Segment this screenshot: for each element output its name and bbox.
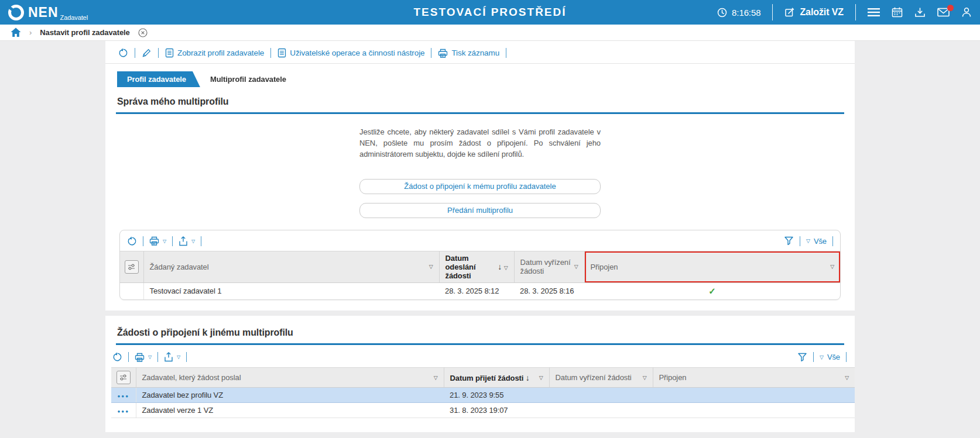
tab-profil-zadavatele[interactable]: Profil zadavatele [117, 71, 200, 87]
link-user-operations[interactable]: Uživatelské operace a činnosti nástroje [277, 48, 424, 58]
chevron-right-icon: › [29, 28, 32, 37]
table-row[interactable]: ●●● Zadavatel verze 1 VZ 31. 8. 2023 19:… [111, 403, 855, 418]
create-vz-label: Založit VZ [800, 7, 844, 18]
row-actions-icon[interactable]: ●●● [118, 394, 130, 399]
column-header-datum-odeslani[interactable]: Datum odeslání žádosti↓ ▽ [439, 251, 514, 282]
column-settings-icon[interactable] [125, 260, 139, 274]
toolbar-divider [135, 48, 135, 58]
chevron-down-icon: ▽ [806, 238, 810, 244]
document-icon [165, 48, 174, 58]
filter-triangle-icon[interactable]: ▽ [539, 375, 543, 381]
section-title-multiprofil: Správa mého multiprofilu [116, 92, 844, 114]
chevron-down-icon[interactable]: ▽ [177, 354, 180, 360]
column-settings-header [111, 368, 136, 388]
column-settings-icon[interactable] [116, 371, 131, 384]
toolbar-divider [128, 352, 129, 362]
toolbar-divider [158, 48, 159, 58]
column-header-datum-vyrizeni[interactable]: Datum vyřízení žádosti▽ [514, 251, 584, 282]
time-display: 8:16:58 [732, 8, 760, 18]
table-row[interactable]: Testovací zadavatel 1 28. 3. 2025 8:12 2… [120, 282, 840, 299]
request-connection-button[interactable]: Žádost o připojení k mému profilu zadava… [359, 179, 601, 194]
user-icon[interactable] [961, 7, 972, 18]
home-icon[interactable] [11, 27, 21, 37]
requests-table: Zadavatel, který žádost poslal▽ Datum př… [111, 367, 855, 418]
column-settings-header [120, 251, 143, 282]
export-icon[interactable] [179, 236, 188, 246]
printer-icon [438, 49, 448, 58]
refresh-icon[interactable] [112, 352, 122, 362]
refresh-icon[interactable] [127, 236, 137, 246]
link-print-record[interactable]: Tisk záznamu [438, 49, 499, 58]
column-header-datum-vyrizeni[interactable]: Datum vyřízení žádosti▽ [549, 368, 653, 388]
toolbar-divider [846, 352, 847, 362]
filter-triangle-icon[interactable]: ▽ [574, 264, 578, 270]
column-header-datum-prijeti[interactable]: Datum přijetí žádosti ↓▽ [444, 368, 549, 388]
header-divider [855, 4, 856, 20]
toolbar-divider [431, 48, 431, 58]
toolbar-divider [186, 352, 187, 362]
filter-triangle-icon[interactable]: ▽ [434, 375, 438, 381]
app-header: NEN Zadavatel TESTOVACÍ PROSTŘEDÍ 8:16:5… [0, 0, 980, 25]
link-show-profile[interactable]: Zobrazit profil zadavatele [165, 48, 264, 58]
refresh-icon[interactable] [118, 48, 128, 58]
close-tab-icon[interactable] [138, 28, 148, 37]
print-icon[interactable] [149, 236, 159, 246]
row-actions-icon[interactable]: ●●● [118, 409, 130, 414]
filter-triangle-icon[interactable]: ▽ [845, 375, 849, 381]
filter-triangle-icon[interactable]: ▽ [429, 264, 433, 270]
edit-icon [784, 7, 795, 18]
nen-logo[interactable]: NEN Zadavatel [8, 5, 88, 20]
expand-all-control[interactable]: ▽Vše [820, 353, 840, 361]
session-time: 8:16:58 [717, 8, 760, 18]
chevron-down-icon[interactable]: ▽ [191, 239, 195, 244]
create-vz-button[interactable]: Založit VZ [784, 7, 844, 18]
filter-triangle-icon[interactable]: ▽ [504, 265, 508, 271]
breadcrumb: › Nastavit profil zadavatele [0, 25, 980, 41]
toolbar-divider [157, 352, 158, 362]
toolbar-divider [813, 352, 814, 362]
mail-icon[interactable] [937, 8, 950, 17]
multiprofile-info-text: Jestliže chcete, aby některý zadavatel s… [359, 127, 601, 160]
column-header-zadavatel-poslal[interactable]: Zadavatel, který žádost poslal▽ [136, 368, 444, 388]
download-icon[interactable] [914, 7, 926, 18]
print-icon[interactable] [135, 353, 145, 362]
sort-desc-icon: ↓ [526, 373, 530, 382]
breadcrumb-page-title: Nastavit profil zadavatele [40, 28, 129, 37]
toolbar-divider [201, 236, 201, 246]
toolbar-divider [270, 48, 271, 58]
requests-panel: Žádosti o připojení k jinému multiprofil… [105, 316, 855, 432]
column-header-pripojen[interactable]: Připojen▽ [653, 368, 855, 388]
notification-badge [947, 5, 954, 11]
expand-all-control[interactable]: ▽Vše [806, 237, 827, 246]
export-icon[interactable] [164, 352, 173, 362]
column-header-zadany-zadavatel[interactable]: Žádaný zadavatel▽ [143, 251, 439, 282]
column-header-pripojen[interactable]: Připojen▽ [584, 251, 840, 282]
chevron-down-icon[interactable]: ▽ [163, 239, 166, 244]
filter-funnel-icon[interactable] [797, 353, 807, 362]
filter-triangle-icon[interactable]: ▽ [830, 264, 834, 270]
my-multiprofile-table: Žádaný zadavatel▽ Datum odeslání žádosti… [120, 251, 840, 300]
nen-logo-icon [8, 5, 24, 20]
check-icon: ✓ [584, 282, 840, 299]
document-icon [277, 48, 286, 58]
toolbar-divider [172, 236, 173, 246]
menu-icon[interactable] [868, 8, 880, 17]
table-row-selected[interactable]: ●●● Zadavatel bez profilu VZ 21. 9. 2023… [111, 388, 855, 403]
logo-subtitle: Zadavatel [60, 14, 88, 21]
calendar-icon[interactable] [892, 7, 903, 18]
toolbar-divider [800, 236, 800, 246]
filter-triangle-icon[interactable]: ▽ [643, 375, 647, 381]
toolbar-divider [506, 48, 506, 58]
transfer-multiprofile-button[interactable]: Předání multiprofilu [359, 203, 601, 218]
header-divider [772, 4, 773, 20]
pencil-icon[interactable] [142, 48, 152, 58]
section-title-requests: Žádosti o připojení k jinému multiprofil… [116, 323, 844, 345]
tab-multiprofil-zadavatele[interactable]: Multiprofil zadavatele [200, 71, 300, 87]
profile-panel: Zobrazit profil zadavatele Uživatelské o… [105, 41, 855, 311]
chevron-down-icon[interactable]: ▽ [148, 354, 152, 360]
filter-funnel-icon[interactable] [784, 236, 794, 246]
grid2-toolbar: ▽ ▽ ▽Vše [105, 345, 855, 367]
profile-tabs: Profil zadavatele Multiprofil zadavatele [117, 71, 855, 87]
record-toolbar: Zobrazit profil zadavatele Uživatelské o… [105, 41, 855, 64]
logo-title: NEN [28, 6, 59, 19]
